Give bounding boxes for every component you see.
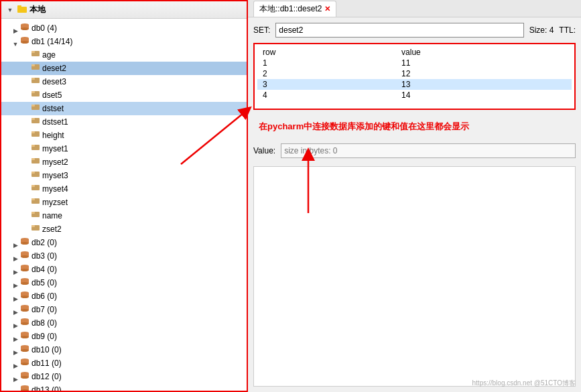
tree-item-db11[interactable]: db11 (0) [1, 356, 247, 370]
svg-point-68 [21, 376, 29, 379]
svg-rect-29 [31, 185, 35, 187]
tree-item-myset1[interactable]: myset1 [1, 142, 247, 155]
height-icon [31, 129, 42, 141]
db5-icon [20, 277, 31, 289]
svg-point-41 [21, 255, 29, 258]
svg-point-47 [21, 282, 29, 285]
svg-rect-1 [17, 5, 21, 7]
height-label: height [42, 129, 64, 141]
tree-item-deset2[interactable]: deset2 [1, 62, 247, 75]
svg-rect-31 [31, 198, 35, 200]
db10-label: db10 (0) [31, 344, 62, 356]
myset2-icon [31, 156, 42, 168]
tree-item-db2[interactable]: db2 (0) [1, 236, 247, 249]
svg-point-44 [21, 269, 29, 271]
dset5-label: dset5 [42, 89, 62, 101]
db3-icon [20, 250, 31, 262]
dset5-icon [31, 89, 42, 101]
tree-item-deset3[interactable]: deset3 [1, 75, 247, 88]
tree-item-db5[interactable]: db5 (0) [1, 276, 247, 289]
tree-item-db7[interactable]: db7 (0) [1, 303, 247, 316]
myset3-label: myset3 [42, 170, 68, 182]
db12-label: db12 (0) [31, 371, 62, 383]
tree-item-myzset[interactable]: myzset [1, 196, 247, 209]
left-panel-header: 本地 [1, 1, 247, 19]
myset1-icon [31, 143, 42, 155]
tab-close-icon[interactable]: ✕ [324, 5, 330, 13]
tree-item-db12[interactable]: db12 (0) [1, 370, 247, 383]
db7-icon [20, 304, 31, 316]
tree-item-name[interactable]: name [1, 209, 247, 222]
svg-rect-27 [31, 172, 35, 174]
deset2-label: deset2 [42, 62, 66, 74]
svg-rect-33 [31, 212, 35, 214]
value-size-input[interactable] [281, 143, 576, 158]
db5-label: db5 (0) [31, 277, 57, 289]
tree-container[interactable]: db0 (4) db1 (14/14) [1, 19, 247, 391]
tree-item-dstset1[interactable]: dstset1 [1, 115, 247, 129]
tree-item-dset5[interactable]: dset5 [1, 88, 247, 102]
value-row: Value: [253, 143, 576, 161]
tree-item-db1[interactable]: db1 (14/14) [1, 35, 247, 48]
folder-icon [17, 5, 27, 15]
tree-item-db9[interactable]: db9 (0) [1, 330, 247, 343]
tab-deset2[interactable]: 本地::db1::deset2 ✕ [253, 1, 336, 17]
myset1-label: myset1 [42, 143, 68, 155]
svg-point-7 [21, 41, 29, 44]
tab-bar: 本地::db1::deset2 ✕ [248, 0, 581, 17]
tree-item-db0[interactable]: db0 (4) [1, 21, 247, 35]
table-row-value: 11 [396, 58, 572, 68]
col-row-header: row [257, 47, 396, 58]
left-panel-title: 本地 [29, 4, 46, 15]
db11-icon [20, 357, 31, 369]
expand-icon[interactable] [7, 7, 13, 13]
tree-item-db10[interactable]: db10 (0) [1, 343, 247, 356]
age-label: age [42, 49, 56, 61]
value-textarea[interactable] [253, 166, 576, 387]
watermark: https://blog.csdn.net @51CTO博客 [472, 379, 576, 388]
svg-point-62 [21, 349, 29, 352]
db2-icon [20, 237, 31, 249]
svg-rect-11 [31, 64, 35, 66]
value-label: Value: [253, 146, 275, 155]
svg-rect-25 [31, 158, 35, 160]
tree-item-myset2[interactable]: myset2 [1, 155, 247, 169]
svg-point-56 [21, 322, 29, 325]
tree-item-age[interactable]: age [1, 48, 247, 62]
left-panel: 本地 db0 (4) [0, 0, 248, 392]
tree-item-db6[interactable]: db6 (0) [1, 289, 247, 303]
ttl-label: TTL: [559, 25, 576, 35]
myset4-icon [31, 183, 42, 195]
svg-rect-15 [31, 91, 35, 93]
svg-rect-21 [31, 131, 35, 133]
dstset-icon [31, 103, 42, 115]
db0-label: db0 (4) [31, 22, 57, 34]
tree-item-db13[interactable]: db13 (0) [1, 383, 247, 391]
svg-point-4 [21, 27, 29, 30]
db13-label: db13 (0) [31, 384, 62, 391]
annotation-text: 在pycharm中连接数据库添加的键和值在这里都会显示 [253, 119, 474, 134]
tree-item-myset3[interactable]: myset3 [1, 169, 247, 182]
dstset1-icon [31, 116, 42, 128]
tree-item-zset2[interactable]: zset2 [1, 222, 247, 236]
set-row: SET: Size: 4 TTL: [253, 23, 576, 38]
svg-point-53 [21, 309, 29, 312]
table-row-value: 13 [396, 79, 572, 90]
deset2-icon [31, 62, 42, 74]
svg-rect-17 [31, 105, 35, 107]
tree-item-dstset[interactable]: dstset [1, 102, 247, 115]
chevron-db0[interactable] [12, 25, 19, 31]
db2-label: db2 (0) [31, 237, 57, 249]
myset3-icon [31, 170, 42, 182]
db3-label: db3 (0) [31, 250, 57, 262]
svg-rect-0 [17, 7, 27, 13]
db6-icon [20, 290, 31, 302]
tree-item-db8[interactable]: db8 (0) [1, 316, 247, 330]
chevron-db1[interactable] [12, 38, 19, 45]
tree-item-myset4[interactable]: myset4 [1, 182, 247, 196]
dstset1-label: dstset1 [42, 116, 68, 128]
tree-item-db3[interactable]: db3 (0) [1, 249, 247, 263]
tree-item-db4[interactable]: db4 (0) [1, 263, 247, 276]
set-input[interactable] [275, 23, 523, 38]
tree-item-height[interactable]: height [1, 129, 247, 142]
